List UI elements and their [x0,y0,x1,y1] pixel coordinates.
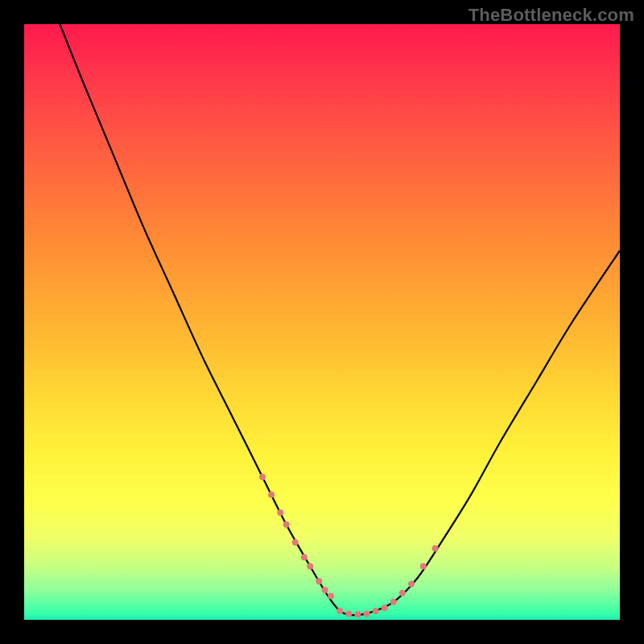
curve-marker [283,522,290,528]
curve-marker [432,545,439,551]
curve-marker [301,554,308,560]
curve-marker [259,473,266,480]
curve-marker [268,492,275,498]
watermark-text: TheBottleneck.com [469,5,634,26]
curve-marker [292,539,299,546]
bottleneck-curve [24,24,620,620]
curve-marker [373,608,379,614]
curve-marker [390,599,397,605]
curve-marker [345,611,352,617]
curve-marker [364,611,370,617]
curve-marker [322,587,328,593]
curve-marker [354,611,361,617]
plot-area [24,24,620,620]
curve-marker [382,605,388,611]
curve-marker [277,510,283,516]
curve-marker [328,592,334,599]
curve-markers [259,473,439,617]
curve-marker [336,608,343,614]
curve-marker [399,590,406,597]
curve-marker [408,581,415,588]
curve-line [60,24,620,615]
curve-marker [316,578,322,584]
curve-marker [307,563,313,569]
curve-marker [420,563,427,569]
